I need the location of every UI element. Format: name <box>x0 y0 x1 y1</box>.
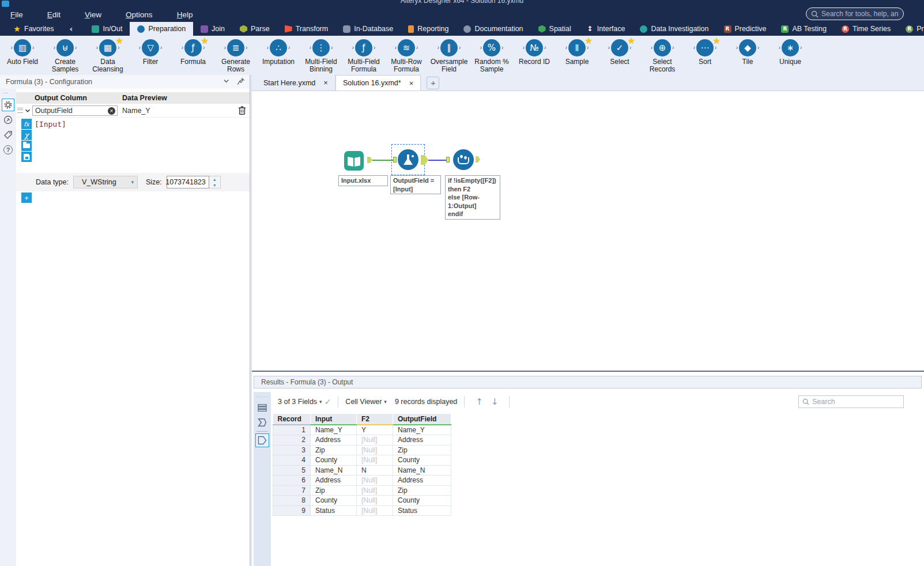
formula-node[interactable] <box>398 149 418 170</box>
input-data-node[interactable] <box>344 151 364 171</box>
results-table-row[interactable]: 8 County [Null] County <box>273 496 451 506</box>
results-table-row[interactable]: 1 Name_Y Y Name_Y <box>273 425 451 435</box>
results-table-row[interactable]: 3 Zip [Null] Zip <box>273 445 451 455</box>
results-search-box[interactable] <box>798 395 904 408</box>
collapse-chevron-icon[interactable] <box>222 77 230 85</box>
results-table-row[interactable]: 4 County [Null] County <box>273 455 451 466</box>
ribbon-tab[interactable]: Data Investigation <box>632 22 716 36</box>
open-expression-button[interactable] <box>21 141 32 151</box>
save-expression-button[interactable] <box>21 152 32 162</box>
output-anchor-button[interactable] <box>255 433 269 447</box>
data-view-button[interactable] <box>255 401 269 414</box>
palette-tool[interactable]: ƒ ★ Formula <box>172 36 214 75</box>
formula-input-anchor[interactable] <box>393 157 397 163</box>
palette-tool[interactable]: ≣ Generate Rows <box>214 36 257 75</box>
cell-viewer-caret-icon[interactable]: ▾ <box>384 399 387 405</box>
ribbon-tab[interactable]: ↕ Interface <box>579 22 633 36</box>
apply-check-icon[interactable]: ✓ <box>325 397 331 406</box>
annotation-tab[interactable] <box>2 129 14 141</box>
variables-button[interactable]: χ <box>21 130 32 140</box>
palette-tool[interactable]: ⫴ ★ Sample <box>556 36 598 75</box>
row-drag-handle-icon[interactable] <box>17 108 23 113</box>
scroll-down-icon[interactable]: ↓ <box>491 397 499 407</box>
settings-tab[interactable] <box>2 99 14 111</box>
multirow-output-anchor[interactable] <box>476 156 480 163</box>
palette-tool[interactable]: ▦ ★ Data Cleansing <box>86 36 129 75</box>
ribbon-tab[interactable]: R Time Series <box>834 22 898 36</box>
results-column-header[interactable]: F2 <box>357 414 393 425</box>
panel-drag-handle[interactable]: ⋯ <box>0 89 16 96</box>
connection-formula-to-multirow[interactable] <box>428 160 446 161</box>
input-data-output-anchor[interactable] <box>367 157 372 163</box>
results-search-input[interactable] <box>812 398 900 406</box>
new-tab-button[interactable]: + <box>427 77 439 89</box>
close-tab-icon[interactable]: × <box>323 79 328 86</box>
output-column-input[interactable] <box>33 107 108 115</box>
ribbon-tab[interactable]: R Predictive <box>716 22 774 36</box>
output-column-field[interactable]: × <box>32 105 118 116</box>
menu-item[interactable]: Edit <box>44 9 64 20</box>
document-tab[interactable]: Start Here.yxmd × <box>257 75 335 90</box>
results-header[interactable]: Results - Formula (3) - Output <box>254 376 922 388</box>
multi-row-formula-node[interactable] <box>453 149 474 170</box>
ribbon-tab[interactable]: R AB Testing <box>774 22 834 36</box>
clear-field-icon[interactable]: × <box>108 107 115 115</box>
results-column-header[interactable]: Record <box>273 414 311 425</box>
data-type-select[interactable]: V_WString ▾ <box>73 176 138 188</box>
ribbon-tab[interactable]: Reporting <box>401 22 456 36</box>
results-table-row[interactable]: 6 Address [Null] Address <box>273 476 451 486</box>
row-expand-chevron-icon[interactable] <box>24 107 31 114</box>
palette-tool[interactable]: № Record ID <box>513 36 556 75</box>
scroll-up-icon[interactable]: ↑ <box>476 397 483 407</box>
fields-dropdown-caret-icon[interactable]: ▾ <box>319 399 322 405</box>
palette-tool[interactable]: ∴ Imputation <box>257 36 300 75</box>
expression-text[interactable]: [Input] <box>35 120 66 129</box>
palette-tool[interactable]: ⋮ Multi-Field Binning <box>300 36 342 75</box>
global-search-box[interactable] <box>806 7 904 20</box>
menu-item[interactable]: View <box>81 9 105 20</box>
ribbon-tab[interactable]: R Predictive Grouping <box>898 22 924 36</box>
ribbon-tab[interactable]: Transform <box>277 22 336 36</box>
cell-viewer-button[interactable]: Cell Viewer <box>345 398 382 406</box>
results-column-header[interactable]: OutputField <box>393 414 451 425</box>
global-search-input[interactable] <box>821 10 899 18</box>
palette-tool[interactable]: ▽ Filter <box>129 36 172 75</box>
menu-item[interactable]: Help <box>174 9 197 20</box>
palette-tool[interactable]: ⋯ ★ Sort <box>684 36 726 75</box>
palette-tool[interactable]: ∗ Unique <box>769 36 812 75</box>
fields-summary[interactable]: 3 of 3 Fields <box>278 398 317 406</box>
multirow-input-anchor[interactable] <box>446 157 450 163</box>
ribbon-tab[interactable]: ★ Favorites <box>6 22 61 36</box>
close-tab-icon[interactable]: × <box>409 80 414 87</box>
spin-down-icon[interactable]: ▼ <box>209 182 220 188</box>
palette-tool[interactable]: ≋ Multi-Row Formula <box>385 36 428 75</box>
menu-item[interactable]: File <box>7 9 27 20</box>
strip-drag-handle[interactable]: ····· <box>254 392 271 399</box>
ribbon-tab[interactable]: Join <box>193 22 232 36</box>
functions-button[interactable]: fx <box>21 119 32 129</box>
palette-tool[interactable]: % Random % Sample <box>470 36 513 75</box>
palette-tool[interactable]: ∥ Oversample Field <box>428 36 470 75</box>
palette-tool[interactable]: ƒ Multi-Field Formula <box>342 36 385 75</box>
workflow-canvas[interactable]: Input.xlsx OutputField = [Input] if !isE… <box>252 91 924 371</box>
palette-tool[interactable]: ✓ ★ Select <box>598 36 641 75</box>
delete-row-trash-icon[interactable] <box>238 105 246 115</box>
ribbon-tab[interactable]: ‹ <box>61 22 84 36</box>
results-table-row[interactable]: 2 Address [Null] Address <box>273 435 451 446</box>
results-table-row[interactable]: 5 Name_N N Name_N <box>273 465 451 476</box>
menu-item[interactable]: Options <box>122 9 156 20</box>
ribbon-tab[interactable]: Spatial <box>531 22 579 36</box>
results-column-header[interactable]: Input <box>311 414 357 425</box>
connection-input-to-formula[interactable] <box>372 160 393 161</box>
size-input[interactable]: 1073741823 <box>167 176 209 188</box>
ribbon-tab[interactable]: Documentation <box>456 22 530 36</box>
spin-up-icon[interactable]: ▲ <box>209 176 220 182</box>
document-tab[interactable]: Solution 16.yxmd* × <box>335 75 421 90</box>
palette-tool[interactable]: ◆ Tile <box>726 36 769 75</box>
results-table-row[interactable]: 9 Status [Null] Status <box>273 505 451 516</box>
ribbon-tab[interactable]: In/Out <box>84 22 130 36</box>
results-table-row[interactable]: 7 Zip [Null] Zip <box>273 485 451 496</box>
ribbon-tab[interactable]: Parse <box>232 22 277 36</box>
palette-tool[interactable]: ▥ Auto Field <box>1 36 44 75</box>
pin-icon[interactable] <box>237 77 245 85</box>
